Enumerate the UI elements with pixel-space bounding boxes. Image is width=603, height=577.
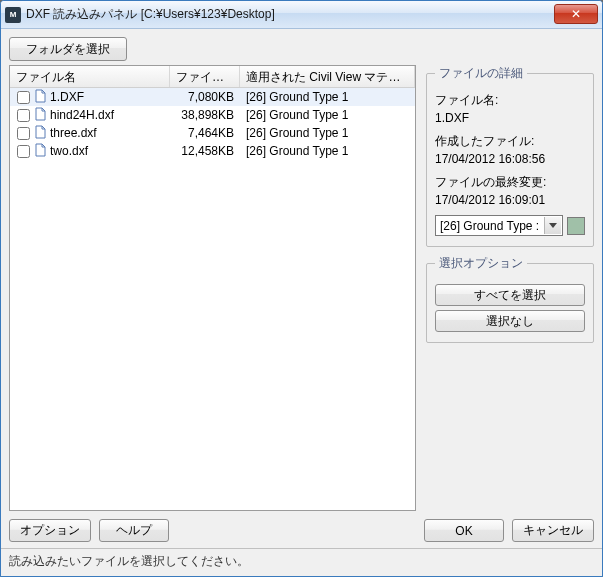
titlebar[interactable]: M DXF 読み込みパネル [C:¥Users¥123¥Desktop] ✕: [1, 1, 602, 29]
col-name[interactable]: ファイル名: [10, 66, 170, 87]
file-details-group: ファイルの詳細 ファイル名: 1.DXF 作成したファイル: 17/04/201…: [426, 65, 594, 247]
status-bar: 読み込みたいファイルを選択してください。: [1, 548, 602, 576]
file-name: three.dxf: [50, 126, 97, 140]
file-icon: [34, 107, 48, 124]
selection-legend: 選択オプション: [435, 255, 527, 272]
table-row[interactable]: 1.DXF7,080KB[26] Ground Type 1: [10, 88, 415, 106]
help-button[interactable]: ヘルプ: [99, 519, 169, 542]
file-icon: [34, 125, 48, 142]
file-size: 7,080KB: [170, 90, 240, 104]
table-row[interactable]: hind24H.dxf38,898KB[26] Ground Type 1: [10, 106, 415, 124]
file-icon: [34, 89, 48, 106]
col-size[interactable]: ファイル ...: [170, 66, 240, 87]
cancel-button[interactable]: キャンセル: [512, 519, 594, 542]
name-label: ファイル名:: [435, 92, 585, 109]
app-icon: M: [5, 7, 21, 23]
file-icon: [34, 143, 48, 160]
file-material: [26] Ground Type 1: [240, 108, 415, 122]
row-checkbox[interactable]: [17, 145, 30, 158]
file-material: [26] Ground Type 1: [240, 90, 415, 104]
modified-value: 17/04/2012 16:09:01: [435, 193, 585, 207]
dialog-window: M DXF 読み込みパネル [C:¥Users¥123¥Desktop] ✕ フ…: [0, 0, 603, 577]
row-checkbox[interactable]: [17, 109, 30, 122]
created-label: 作成したファイル:: [435, 133, 585, 150]
material-selected: [26] Ground Type :: [440, 219, 539, 233]
options-button[interactable]: オプション: [9, 519, 91, 542]
window-title: DXF 読み込みパネル [C:¥Users¥123¥Desktop]: [26, 6, 275, 23]
list-body: 1.DXF7,080KB[26] Ground Type 1hind24H.dx…: [10, 88, 415, 510]
ok-button[interactable]: OK: [424, 519, 504, 542]
chevron-down-icon: [544, 217, 561, 234]
file-size: 12,458KB: [170, 144, 240, 158]
file-material: [26] Ground Type 1: [240, 144, 415, 158]
modified-label: ファイルの最終変更:: [435, 174, 585, 191]
material-dropdown[interactable]: [26] Ground Type :: [435, 215, 563, 236]
file-name: two.dxf: [50, 144, 88, 158]
row-checkbox[interactable]: [17, 91, 30, 104]
select-all-button[interactable]: すべてを選択: [435, 284, 585, 306]
selection-options-group: 選択オプション すべてを選択 選択なし: [426, 255, 594, 343]
details-legend: ファイルの詳細: [435, 65, 527, 82]
client-area: フォルダを選択 ファイル名 ファイル ... 適用された Civil View …: [1, 29, 602, 576]
file-material: [26] Ground Type 1: [240, 126, 415, 140]
file-size: 7,464KB: [170, 126, 240, 140]
close-icon: ✕: [571, 7, 581, 21]
file-list[interactable]: ファイル名 ファイル ... 適用された Civil View マテリア... …: [9, 65, 416, 511]
table-row[interactable]: three.dxf7,464KB[26] Ground Type 1: [10, 124, 415, 142]
name-value: 1.DXF: [435, 111, 585, 125]
file-size: 38,898KB: [170, 108, 240, 122]
file-name: hind24H.dxf: [50, 108, 114, 122]
choose-folder-button[interactable]: フォルダを選択: [9, 37, 127, 61]
color-swatch[interactable]: [567, 217, 585, 235]
select-none-button[interactable]: 選択なし: [435, 310, 585, 332]
row-checkbox[interactable]: [17, 127, 30, 140]
file-name: 1.DXF: [50, 90, 84, 104]
close-button[interactable]: ✕: [554, 4, 598, 24]
table-row[interactable]: two.dxf12,458KB[26] Ground Type 1: [10, 142, 415, 160]
column-headers[interactable]: ファイル名 ファイル ... 適用された Civil View マテリア...: [10, 66, 415, 88]
created-value: 17/04/2012 16:08:56: [435, 152, 585, 166]
col-material[interactable]: 適用された Civil View マテリア...: [240, 66, 415, 87]
